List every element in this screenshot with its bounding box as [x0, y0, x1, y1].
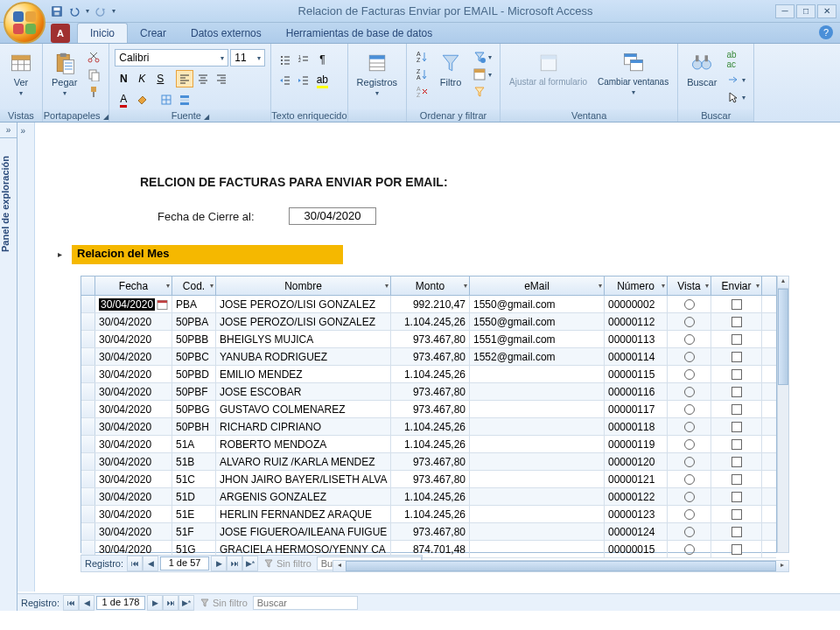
horizontal-scrollbar[interactable]: ◂▸ — [332, 560, 789, 572]
vista-radio[interactable] — [684, 422, 695, 432]
paste-button[interactable]: Pegar ▾ — [48, 49, 80, 99]
find-button[interactable]: Buscar — [683, 49, 720, 89]
enviar-checkbox[interactable] — [732, 527, 742, 537]
vista-radio[interactable] — [684, 474, 695, 485]
save-icon[interactable] — [51, 5, 63, 18]
col-nombre[interactable]: Nombre▾ — [216, 276, 391, 295]
sort-desc[interactable]: ZA — [412, 66, 431, 82]
row-selector[interactable] — [81, 523, 95, 540]
tab-crear[interactable]: Crear — [128, 24, 178, 43]
cut-button[interactable] — [84, 49, 103, 65]
last-record-outer[interactable]: ⏭ — [163, 595, 178, 611]
row-selector[interactable] — [81, 471, 95, 487]
vista-radio[interactable] — [684, 317, 695, 327]
fill-color[interactable] — [133, 91, 150, 108]
maximize-button[interactable]: □ — [796, 4, 816, 18]
row-selector[interactable] — [81, 488, 95, 505]
prev-record-outer[interactable]: ◀ — [79, 595, 94, 611]
underline-button[interactable]: S — [151, 70, 169, 88]
table-row[interactable]: 30/04/202051FJOSE FIGUEROA/ILEANA FUIGUE… — [81, 523, 776, 541]
vertical-scrollbar[interactable]: ▴ — [777, 276, 789, 553]
table-row[interactable]: 30/04/202050PBBBHEIGLYS MUJICA973.467,80… — [81, 331, 776, 348]
clear-sort[interactable]: AZ — [412, 84, 431, 100]
first-record[interactable]: ⏮ — [127, 556, 143, 571]
col-monto[interactable]: Monto▾ — [391, 276, 470, 295]
selection-filter[interactable]: ▾ — [470, 49, 494, 65]
copy-button[interactable] — [84, 66, 103, 82]
table-row[interactable]: 30/04/202050PBCYANUBA RODRIGUEZ973.467,8… — [81, 348, 776, 366]
row-selector[interactable] — [81, 331, 95, 347]
row-selector[interactable] — [81, 436, 95, 452]
enviar-checkbox[interactable] — [732, 439, 742, 450]
minimize-button[interactable]: ─ — [775, 4, 794, 18]
replace-button[interactable]: abac — [724, 49, 748, 70]
vista-radio[interactable] — [684, 509, 695, 520]
select-all[interactable] — [81, 276, 95, 295]
select-button[interactable]: ▾ — [724, 89, 748, 105]
help-button[interactable]: ? — [819, 25, 833, 39]
filter-button[interactable]: Filtro — [435, 49, 466, 89]
increase-indent[interactable] — [295, 72, 312, 89]
italic-button[interactable]: K — [133, 70, 150, 88]
no-filter-inner[interactable]: Sin filtro — [258, 558, 317, 569]
align-left[interactable] — [176, 70, 193, 88]
sort-asc[interactable]: AZ — [412, 49, 431, 65]
record-position-inner[interactable]: 1 de 57 — [160, 556, 209, 570]
vista-radio[interactable] — [684, 527, 695, 537]
table-row[interactable]: 30/04/202051EHERLIN FERNANDEZ ARAQUE1.10… — [81, 506, 776, 523]
tab-herramientas-bd[interactable]: Herramientas de base de datos — [274, 24, 444, 43]
redo-icon[interactable] — [94, 5, 107, 18]
undo-menu[interactable]: ▾ — [86, 7, 89, 15]
next-record[interactable]: ▶ — [211, 556, 227, 571]
enviar-checkbox[interactable] — [732, 317, 742, 327]
vista-radio[interactable] — [684, 352, 695, 362]
last-record[interactable]: ⏭ — [227, 556, 242, 571]
number-list[interactable]: 12 — [295, 51, 312, 68]
enviar-checkbox[interactable] — [732, 474, 742, 485]
enviar-checkbox[interactable] — [732, 404, 742, 415]
align-right[interactable] — [213, 70, 230, 88]
bullet-list[interactable] — [276, 51, 294, 68]
nav-pane-collapsed[interactable]: » Panel de exploración — [0, 122, 18, 611]
enviar-checkbox[interactable] — [732, 369, 742, 380]
font-color[interactable]: A — [115, 91, 132, 108]
col-cod[interactable]: Cod.▾ — [172, 276, 216, 295]
row-selector[interactable] — [81, 401, 95, 417]
new-record-outer[interactable]: ▶* — [178, 595, 194, 611]
table-row[interactable]: 30/04/202050PBDEMILIO MENDEZ1.104.245,26… — [81, 366, 776, 383]
close-button[interactable]: ✕ — [817, 4, 836, 18]
no-filter-outer[interactable]: Sin filtro — [194, 598, 253, 608]
table-row[interactable]: 30/04/202050PBAJOSE PEROZO/LISI GONZALEZ… — [81, 313, 776, 331]
format-painter[interactable] — [84, 84, 103, 100]
records-button[interactable]: Registros ▾ — [354, 49, 401, 99]
enviar-checkbox[interactable] — [732, 457, 742, 467]
vista-radio[interactable] — [684, 492, 695, 502]
prev-record[interactable]: ◀ — [143, 556, 158, 571]
font-name-combo[interactable]: Calibri▾ — [115, 49, 228, 66]
col-numero[interactable]: Número▾ — [605, 276, 668, 295]
row-selector[interactable] — [81, 453, 95, 470]
highlight-color[interactable]: ab — [313, 72, 331, 89]
expand-nav-icon[interactable]: » — [0, 122, 17, 138]
view-button[interactable]: Ver ▾ — [5, 49, 37, 99]
enviar-checkbox[interactable] — [732, 387, 742, 397]
row-selector[interactable] — [81, 366, 95, 382]
table-row[interactable]: 30/04/202051DARGENIS GONZALEZ1.104.245,2… — [81, 488, 776, 506]
row-selector[interactable] — [81, 348, 95, 365]
enviar-checkbox[interactable] — [732, 509, 742, 520]
text-direction[interactable]: ¶ — [313, 51, 331, 68]
row-selector[interactable] — [81, 383, 95, 400]
enviar-checkbox[interactable] — [732, 334, 742, 345]
table-row[interactable]: 30/04/202051AROBERTO MENDOZA1.104.245,26… — [81, 436, 776, 453]
tab-datos-externos[interactable]: Datos externos — [178, 24, 274, 43]
table-row[interactable]: 30/04/202051CJHON JAIRO BAYER/LISETH ALV… — [81, 471, 776, 488]
vista-radio[interactable] — [684, 369, 695, 380]
search-box-outer[interactable] — [253, 596, 358, 610]
advanced-filter[interactable]: ▾ — [470, 66, 494, 82]
calendar-icon[interactable] — [157, 298, 168, 311]
row-selector[interactable] — [81, 296, 95, 312]
enviar-checkbox[interactable] — [732, 352, 742, 362]
record-position-outer[interactable]: 1 de 178 — [96, 596, 145, 610]
gridlines[interactable] — [158, 91, 175, 108]
table-row[interactable]: 30/04/202050PBFJOSE ESCOBAR973.467,80000… — [81, 383, 776, 401]
